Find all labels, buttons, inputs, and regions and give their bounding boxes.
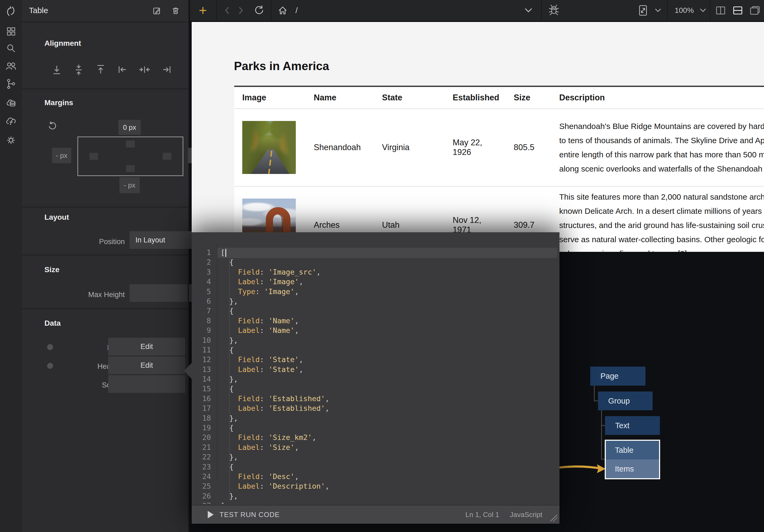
code-line[interactable]: 11 { (192, 345, 559, 355)
delete-icon[interactable] (170, 5, 181, 17)
margin-left-input[interactable]: - px (52, 148, 71, 163)
refresh-icon[interactable] (251, 0, 267, 21)
code-line[interactable]: 6 }, (192, 296, 559, 306)
add-node-button[interactable]: + (190, 0, 216, 21)
node-table-selection[interactable]: Table Items (605, 440, 660, 479)
code-line[interactable]: 1[ (192, 248, 559, 258)
preview-canvas: Parks in America ImageNameStateEstablish… (192, 22, 764, 252)
code-line[interactable]: 15 { (192, 384, 559, 394)
split-columns-icon[interactable] (713, 0, 729, 21)
code-line[interactable]: 18 }, (192, 414, 559, 423)
app-logo-icon[interactable] (5, 5, 17, 17)
code-line[interactable]: 5 Type: 'Image', (192, 287, 559, 296)
margin-bottom-input[interactable]: - px (119, 177, 140, 193)
code-line[interactable]: 24 Field: 'Desc', (192, 472, 559, 481)
cell-size: 309.7 (514, 220, 551, 230)
home-icon[interactable] (275, 0, 290, 21)
cloud-function-icon[interactable] (5, 115, 17, 127)
park-photo-shenandoah (242, 121, 296, 174)
nav-forward-icon[interactable] (234, 0, 248, 21)
code-line[interactable]: 17 Label: 'Established', (192, 404, 559, 413)
align-top-icon[interactable] (93, 62, 108, 77)
margins-box (77, 136, 183, 176)
margins-reset-icon[interactable] (47, 121, 58, 132)
rename-icon[interactable] (151, 5, 163, 17)
version-control-icon[interactable] (5, 78, 17, 89)
code-line[interactable]: 12 Field: 'State', (192, 355, 559, 364)
code-line[interactable]: 8 Field: 'Name', (192, 316, 559, 326)
code-line[interactable]: 20 Field: 'Size_km2', (192, 433, 559, 443)
debug-bug-icon[interactable] (545, 0, 563, 21)
viewport-size-icon[interactable] (635, 0, 651, 21)
zoom-chevron-down-icon[interactable] (697, 0, 709, 21)
layout-section-title: Layout (45, 213, 69, 222)
code-line[interactable]: 16 Field: 'Established', (192, 394, 559, 404)
url-chevron-down-icon[interactable] (521, 0, 536, 21)
items-edit-button[interactable]: Edit (108, 338, 185, 355)
search-icon[interactable] (5, 42, 17, 54)
code-line[interactable]: 3 Field: 'Image_src', (192, 267, 559, 277)
align-bottom-icon[interactable] (49, 62, 64, 77)
node-table-items-port[interactable]: Items (606, 459, 659, 478)
code-line[interactable]: 13 Label: 'State', (192, 365, 559, 374)
max-height-input[interactable] (129, 284, 187, 302)
code-line[interactable]: 14 }, (192, 374, 559, 384)
url-path[interactable]: / (291, 0, 302, 21)
line-number: 26 (192, 491, 217, 501)
line-number: 5 (192, 287, 217, 296)
node-page[interactable]: Page (590, 367, 646, 386)
code-line[interactable]: 2 { (192, 258, 559, 267)
node-table[interactable]: Table (606, 441, 659, 459)
node-text[interactable]: Text (605, 416, 660, 435)
align-vertical-center-icon[interactable] (71, 62, 86, 77)
headers-edit-button[interactable]: Edit (108, 356, 185, 374)
code-line[interactable]: 27]; (192, 501, 559, 504)
node-label: Page (600, 372, 619, 381)
code-line[interactable]: 23 { (192, 462, 559, 472)
line-number: 22 (192, 452, 217, 462)
code-line[interactable]: 9 Label: 'Name', (192, 326, 559, 335)
language-label[interactable]: JavaScript (510, 511, 542, 519)
items-port[interactable] (47, 344, 53, 350)
table-header-row: ImageNameStateEstablishedSizeDescription (234, 87, 764, 109)
viewport-chevron-down-icon[interactable] (652, 0, 664, 21)
code-line[interactable]: 26 }, (192, 491, 559, 501)
code-line[interactable]: 10 }, (192, 336, 559, 345)
users-icon[interactable] (5, 60, 17, 72)
resize-grip[interactable] (550, 515, 557, 522)
margin-top-input[interactable]: 0 px (118, 120, 141, 135)
cell-name: Shenandoah (314, 143, 374, 152)
cloud-data-icon[interactable] (5, 97, 17, 109)
code-line[interactable]: 7 { (192, 306, 559, 316)
code-line[interactable]: 4 Label: 'Image', (192, 277, 559, 286)
code-line[interactable]: 25 Label: 'Description', (192, 481, 559, 491)
margin-top-handle[interactable] (126, 140, 135, 147)
node-label: Items (615, 464, 634, 473)
zoom-level[interactable]: 100% (671, 0, 697, 21)
components-icon[interactable] (5, 25, 17, 37)
editor-bottom-bar: TEST RUN CODE Ln 1, Col 1 JavaScript (192, 505, 559, 524)
margin-right-handle[interactable] (163, 153, 171, 160)
node-group[interactable]: Group (598, 392, 653, 410)
test-run-code-button[interactable]: TEST RUN CODE (208, 511, 280, 519)
stacked-windows-icon[interactable] (747, 0, 763, 21)
sorting-input[interactable] (108, 375, 185, 393)
code-line[interactable]: 21 Label: 'Size', (192, 443, 559, 452)
split-rows-icon[interactable] (730, 0, 746, 21)
line-number: 19 (192, 423, 217, 433)
align-left-icon[interactable] (115, 62, 130, 77)
nav-back-icon[interactable] (220, 0, 234, 21)
align-horizontal-center-icon[interactable] (137, 62, 152, 77)
code-line[interactable]: 22 }, (192, 452, 559, 462)
align-right-icon[interactable] (159, 62, 174, 77)
code-line[interactable]: 19 { (192, 423, 559, 433)
code-area[interactable]: 1[2 {3 Field: 'Image_src',4 Label: 'Imag… (192, 232, 559, 504)
headers-port[interactable] (47, 363, 53, 369)
line-number: 20 (192, 433, 217, 443)
node-label: Text (615, 421, 629, 430)
line-number: 25 (192, 481, 217, 491)
margin-bottom-handle[interactable] (126, 165, 135, 172)
text-cursor (225, 249, 226, 257)
settings-gear-icon[interactable] (5, 134, 17, 146)
margin-left-handle[interactable] (90, 153, 98, 160)
